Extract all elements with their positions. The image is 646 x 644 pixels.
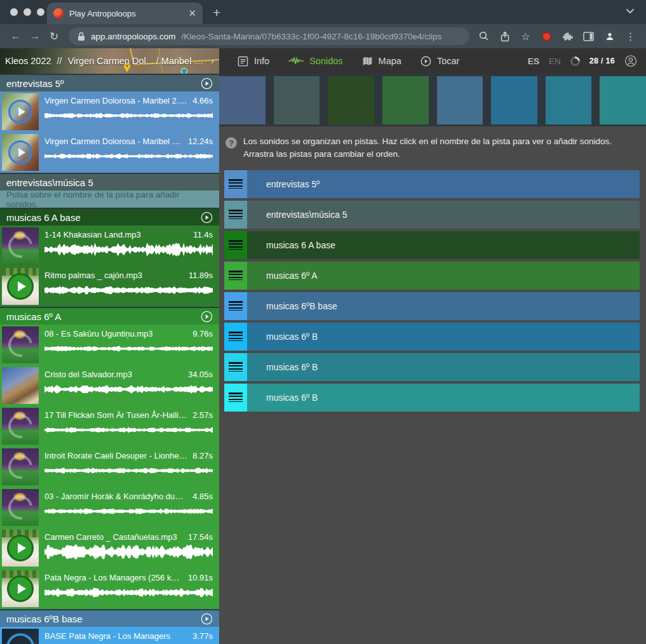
- track-section-header[interactable]: entrevistas 5º: [0, 74, 219, 91]
- clip-item[interactable]: Virgen Carmen Dolorosa - Maribel 2.mp3 4…: [0, 91, 219, 132]
- browser-tab[interactable]: Play Antropoloops ✕: [47, 3, 203, 24]
- clip-thumbnail: [2, 227, 39, 264]
- bookmark-star-icon[interactable]: ☆: [516, 30, 535, 43]
- clip-item[interactable]: Cristo del Salvador.mp3 34.05s: [0, 365, 219, 406]
- nav-tab-sonidos[interactable]: Sonidos: [279, 48, 352, 74]
- minimize-window-icon[interactable]: [24, 8, 31, 16]
- clip-item[interactable]: Virgen Carmen Dolorosa - Maribel 2.mp3 1…: [0, 132, 219, 173]
- clip-thumbnail: [2, 570, 39, 607]
- track-name[interactable]: musicas 6º A: [266, 271, 318, 281]
- track-color-pad[interactable]: [328, 76, 374, 124]
- track-color-pad[interactable]: [491, 76, 537, 124]
- drag-handle[interactable]: [224, 353, 247, 381]
- track-section-name[interactable]: entrevistas\música 5: [6, 177, 213, 188]
- clip-item[interactable]: Introit Rorate Caeli Desuper - Lionheart…: [0, 446, 219, 487]
- track-section-name[interactable]: musicas 6º A: [6, 311, 201, 322]
- drag-handle[interactable]: [224, 262, 247, 290]
- breadcrumb-trail[interactable]: Virgen Carmen Dol... / Maribel 2...: [68, 56, 206, 66]
- track-section-name[interactable]: musicas 6ºB base: [6, 614, 201, 624]
- clip-play-icon[interactable]: [7, 273, 34, 300]
- account-icon[interactable]: [624, 55, 637, 67]
- clip-item[interactable]: 03 - Jaromír Horák & Konrádyho dudácká .…: [0, 487, 219, 528]
- language-es-button[interactable]: ES: [528, 57, 539, 66]
- track-name[interactable]: entrevistas 5º: [266, 179, 320, 189]
- track-color-pad[interactable]: [219, 76, 266, 124]
- drag-handle[interactable]: [224, 292, 247, 320]
- clip-loading-icon: [4, 491, 37, 525]
- section-play-icon[interactable]: [201, 211, 213, 224]
- record-icon[interactable]: [537, 32, 556, 41]
- track-color-pad[interactable]: [274, 76, 320, 124]
- browser-menu-kebab-icon[interactable]: ⋮: [621, 30, 640, 43]
- reload-button[interactable]: ↻: [44, 30, 64, 43]
- nav-tab-tocar[interactable]: Tocar: [411, 48, 469, 74]
- section-play-icon[interactable]: [201, 613, 213, 625]
- track-row[interactable]: musicas 6 A base: [224, 231, 640, 259]
- drag-handle[interactable]: [224, 323, 247, 351]
- clip-item[interactable]: BASE Pata Negra - Los Managers 3.77s: [0, 627, 219, 644]
- track-row[interactable]: musicas 6º A: [224, 262, 640, 290]
- section-play-icon[interactable]: [201, 311, 213, 323]
- track-color-pad[interactable]: [382, 76, 429, 124]
- track-name[interactable]: musicas 6ºB base: [266, 301, 337, 311]
- track-row[interactable]: musicas 6º B: [224, 323, 640, 351]
- browser-window: Play Antropoloops ✕ + ← → ↻ app.antropol…: [0, 0, 646, 644]
- nav-tab-info[interactable]: Info: [228, 48, 279, 74]
- clip-play-icon[interactable]: [7, 575, 34, 602]
- track-row[interactable]: musicas 6º B: [224, 384, 640, 412]
- clip-item[interactable]: 1-14 Khakasian Land.mp3 11.4s: [0, 225, 219, 266]
- track-color-pad[interactable]: [437, 76, 483, 124]
- drag-handle[interactable]: [224, 170, 247, 198]
- share-icon[interactable]: [495, 31, 514, 42]
- new-tab-button[interactable]: +: [213, 6, 220, 19]
- drag-handle[interactable]: [224, 201, 247, 229]
- language-en-button[interactable]: EN: [549, 57, 561, 66]
- track-section-header[interactable]: musicas 6º A: [0, 307, 219, 325]
- track-name[interactable]: musicas 6 A base: [266, 240, 335, 250]
- browser-tab-strip: Play Antropoloops ✕ +: [0, 0, 646, 24]
- track-color-pad[interactable]: [546, 76, 592, 124]
- track-name[interactable]: musicas 6º B: [266, 392, 318, 403]
- clip-item[interactable]: Pata Negra - Los Managers (256 kbps).mp3…: [0, 568, 219, 609]
- window-controls[interactable]: [10, 8, 44, 16]
- drag-handle[interactable]: [224, 384, 247, 412]
- tab-close-icon[interactable]: ✕: [188, 8, 196, 19]
- track-color-pad[interactable]: [600, 76, 646, 124]
- track-row[interactable]: musicas 6ºB base: [224, 292, 640, 320]
- maximize-window-icon[interactable]: [37, 8, 44, 16]
- track-name[interactable]: musicas 6º B: [266, 362, 318, 372]
- clip-play-icon[interactable]: [8, 100, 32, 124]
- section-play-icon[interactable]: [201, 77, 213, 90]
- clip-title: 08 - Es Sakūru Uguntiņu.mp3: [44, 329, 153, 339]
- track-section-name[interactable]: entrevistas 5º: [6, 78, 201, 89]
- clip-play-icon[interactable]: [8, 140, 32, 164]
- forward-button[interactable]: →: [25, 30, 44, 43]
- url-bar[interactable]: app.antropoloops.com/Kleos-Santa-Marina/…: [69, 27, 469, 45]
- extensions-puzzle-icon[interactable]: [558, 31, 577, 42]
- nav-tab-mapa[interactable]: Mapa: [353, 48, 411, 74]
- track-section-name[interactable]: musicas 6 A base: [6, 212, 201, 223]
- drag-handle[interactable]: [224, 231, 247, 259]
- track-section-header[interactable]: musicas 6 A base: [0, 208, 219, 225]
- track-section-header[interactable]: entrevistas\música 5: [0, 173, 219, 191]
- zoom-icon[interactable]: [474, 31, 493, 41]
- clip-play-icon[interactable]: [7, 535, 34, 561]
- track-name[interactable]: entrevistas\música 5: [266, 210, 347, 220]
- clip-item[interactable]: Carmen Carreto _ Castañuelas.mp3 17.54s: [0, 528, 219, 568]
- clip-item[interactable]: Ritmo palmas _ cajón.mp3 11.89s: [0, 266, 219, 307]
- tab-search-chevron-icon[interactable]: [626, 5, 635, 17]
- close-window-icon[interactable]: [10, 8, 18, 16]
- back-button[interactable]: ←: [6, 30, 25, 43]
- track-name[interactable]: musicas 6º B: [266, 332, 318, 342]
- side-panel-icon[interactable]: [579, 32, 598, 41]
- track-row[interactable]: entrevistas\música 5: [224, 201, 640, 229]
- clip-item[interactable]: 17 Till Flickan Som Är Tusen År-Halling …: [0, 406, 219, 446]
- clip-item[interactable]: 08 - Es Sakūru Uguntiņu.mp3 9.76s: [0, 325, 219, 365]
- track-section-header[interactable]: musicas 6ºB base: [0, 609, 219, 627]
- profile-avatar[interactable]: [600, 29, 619, 44]
- track-row[interactable]: entrevistas 5º: [224, 170, 640, 198]
- breadcrumb-project[interactable]: Kleos 2022: [5, 56, 51, 66]
- breadcrumb[interactable]: Kleos 2022 // Virgen Carmen Dol... / Mar…: [0, 48, 219, 74]
- track-row[interactable]: musicas 6º B: [224, 353, 640, 381]
- breadcrumb-chevron-icon[interactable]: ›: [211, 56, 214, 66]
